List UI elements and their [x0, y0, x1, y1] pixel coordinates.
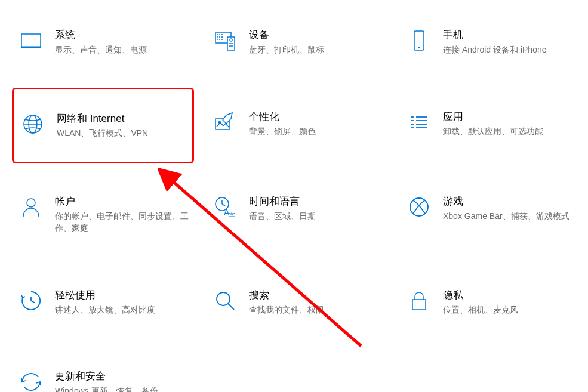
item-subtitle: Xbox Game Bar、捕获、游戏模式: [443, 211, 569, 223]
svg-line-39: [31, 301, 35, 303]
item-subtitle: 蓝牙、打印机、鼠标: [249, 44, 324, 56]
settings-item-ease[interactable]: 轻松使用 讲述人、放大镜、高对比度: [12, 284, 194, 321]
item-subtitle: 讲述人、放大镜、高对比度: [55, 304, 155, 316]
settings-item-search[interactable]: 搜索 查找我的文件、权限: [206, 284, 388, 321]
item-title: 手机: [443, 29, 547, 42]
search-icon: [213, 289, 237, 313]
item-title: 更新和安全: [55, 370, 158, 383]
xbox-icon: [407, 195, 431, 219]
settings-item-time-language[interactable]: A 字 时间和语言 语音、区域、日期: [206, 190, 388, 239]
devices-icon: [213, 29, 237, 53]
settings-grid: 系统 显示、声音、通知、电源 设备 蓝牙、打印机、鼠标 手机 连接 Androi…: [0, 0, 588, 392]
svg-line-41: [228, 304, 234, 310]
item-title: 网络和 Internet: [57, 112, 148, 125]
settings-item-apps[interactable]: 应用 卸载、默认应用、可选功能: [400, 106, 582, 146]
settings-item-accounts[interactable]: 帐户 你的帐户、电子邮件、同步设置、工作、家庭: [12, 190, 194, 239]
item-title: 隐私: [443, 289, 518, 302]
globe-icon: [21, 112, 45, 136]
item-subtitle: 你的帐户、电子邮件、同步设置、工作、家庭: [55, 211, 189, 234]
item-title: 应用: [443, 110, 543, 124]
svg-point-40: [217, 292, 230, 305]
settings-item-gaming[interactable]: 游戏 Xbox Game Bar、捕获、游戏模式: [400, 190, 582, 239]
item-title: 游戏: [443, 195, 569, 208]
svg-point-22: [219, 121, 221, 123]
svg-text:字: 字: [229, 212, 235, 218]
phone-icon: [407, 29, 431, 53]
ease-of-access-icon: [19, 289, 43, 313]
item-subtitle: 连接 Android 设备和 iPhone: [443, 44, 547, 56]
lock-icon: [407, 289, 431, 313]
apps-icon: [407, 110, 431, 134]
person-icon: [19, 195, 43, 219]
item-subtitle: 卸载、默认应用、可选功能: [443, 126, 543, 138]
item-subtitle: 位置、相机、麦克风: [443, 304, 518, 316]
time-language-icon: A 字: [213, 195, 237, 219]
settings-item-update[interactable]: 更新和安全 Windows 更新、恢复、备份: [12, 365, 194, 392]
item-title: 帐户: [55, 195, 189, 208]
item-title: 轻松使用: [55, 289, 155, 302]
svg-rect-42: [412, 300, 426, 310]
item-subtitle: 语音、区域、日期: [249, 211, 316, 223]
update-icon: [19, 370, 43, 392]
item-subtitle: 查找我的文件、权限: [249, 304, 324, 316]
item-title: 系统: [55, 29, 147, 42]
item-title: 个性化: [249, 110, 316, 124]
display-icon: [19, 29, 43, 53]
settings-item-privacy[interactable]: 隐私 位置、相机、麦克风: [400, 284, 582, 321]
personalization-icon: [213, 110, 237, 134]
item-title: 搜索: [249, 289, 324, 302]
settings-item-devices[interactable]: 设备 蓝牙、打印机、鼠标: [206, 24, 388, 61]
settings-item-system[interactable]: 系统 显示、声音、通知、电源: [12, 24, 194, 61]
item-subtitle: 显示、声音、通知、电源: [55, 44, 147, 56]
settings-item-network[interactable]: 网络和 Internet WLAN、飞行模式、VPN: [12, 88, 194, 164]
item-title: 时间和语言: [249, 195, 316, 208]
settings-item-phone[interactable]: 手机 连接 Android 设备和 iPhone: [400, 24, 582, 61]
item-subtitle: Windows 更新、恢复、备份: [55, 385, 158, 392]
item-title: 设备: [249, 29, 324, 42]
item-subtitle: 背景、锁屏、颜色: [249, 126, 316, 138]
svg-rect-0: [21, 34, 41, 47]
svg-point-31: [27, 199, 35, 207]
item-subtitle: WLAN、飞行模式、VPN: [57, 128, 148, 140]
svg-line-34: [222, 204, 225, 206]
settings-item-personalization[interactable]: 个性化 背景、锁屏、颜色: [206, 106, 388, 146]
